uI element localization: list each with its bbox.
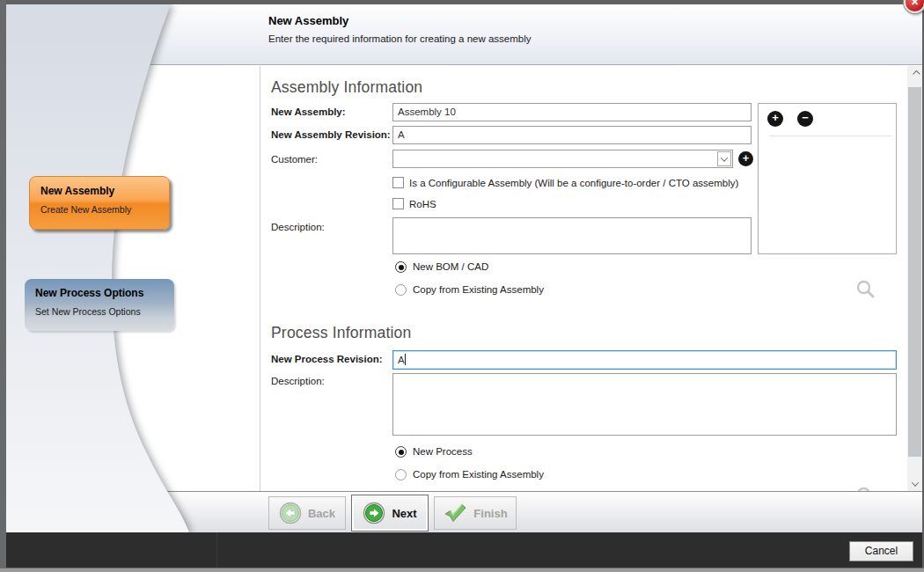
- chevron-up-icon: [913, 70, 920, 77]
- status-bar-divider: [216, 532, 217, 568]
- new-process-revision-value: A: [398, 355, 405, 365]
- rohs-checkbox[interactable]: [392, 198, 404, 209]
- copy-existing-assembly-radio[interactable]: [395, 284, 407, 296]
- back-button[interactable]: Back: [268, 496, 346, 530]
- step-title: New Assembly: [40, 185, 158, 197]
- new-process-revision-input[interactable]: A: [392, 350, 897, 370]
- finish-button-label: Finish: [473, 507, 507, 520]
- new-bom-cad-radio[interactable]: [395, 261, 407, 273]
- attachment-list-box: + −: [758, 103, 897, 254]
- step-new-process-options[interactable]: New Process Options Set New Process Opti…: [25, 279, 174, 331]
- list-divider: [769, 136, 891, 136]
- step-title: New Process Options: [35, 287, 164, 299]
- new-assembly-input[interactable]: Assembly 10: [392, 103, 752, 121]
- list-add-button[interactable]: +: [767, 111, 783, 127]
- new-assembly-revision-value: A: [398, 129, 405, 140]
- finish-check-icon: [443, 502, 467, 524]
- host-status-bar: Cancel: [6, 532, 924, 568]
- assembly-description-label: Description:: [271, 222, 325, 232]
- new-assembly-label: New Assembly:: [271, 106, 346, 117]
- new-assembly-revision-label: New Assembly Revision:: [271, 129, 391, 140]
- step-subtitle: Create New Assembly: [40, 204, 158, 215]
- new-process-radio[interactable]: [395, 446, 407, 458]
- rohs-label: RoHS: [409, 199, 436, 209]
- copy-existing-process-radio[interactable]: [395, 469, 407, 480]
- assembly-information-heading: Assembly Information: [271, 78, 422, 97]
- new-assembly-wizard-dialog: New Assembly Enter the required informat…: [6, 4, 922, 532]
- process-description-textarea[interactable]: [392, 373, 897, 436]
- form-scroll-area: Assembly Information New Assembly: Assem…: [260, 66, 907, 491]
- window-border-bottom: [0, 568, 924, 572]
- next-button-label: Next: [392, 507, 416, 520]
- assembly-description-textarea[interactable]: [392, 217, 752, 254]
- new-bom-cad-label: New BOM / CAD: [413, 261, 488, 272]
- minus-icon: −: [802, 111, 809, 124]
- finish-button[interactable]: Finish: [434, 496, 517, 530]
- step-subtitle: Set New Process Options: [35, 306, 164, 317]
- next-arrow-icon: [363, 502, 385, 524]
- close-icon: ✕: [911, 0, 919, 7]
- back-arrow-icon: [279, 502, 302, 524]
- configurable-assembly-checkbox[interactable]: [392, 177, 404, 188]
- new-assembly-value: Assembly 10: [398, 106, 456, 117]
- wizard-button-bar: Back Next Finish: [6, 491, 922, 532]
- window-border-top: [0, 0, 924, 4]
- wizard-subtitle: Enter the required information for creat…: [268, 33, 532, 44]
- customer-combobox[interactable]: [392, 150, 733, 168]
- customer-label: Customer:: [271, 154, 318, 165]
- application-window: New Assembly Enter the required informat…: [0, 0, 924, 572]
- wizard-title: New Assembly: [268, 14, 348, 27]
- customer-dropdown-button[interactable]: [717, 151, 731, 166]
- chevron-down-icon: [911, 479, 918, 486]
- new-assembly-revision-input[interactable]: A: [392, 126, 752, 144]
- plus-icon: +: [772, 111, 779, 124]
- back-button-label: Back: [308, 507, 335, 520]
- plus-icon: +: [743, 151, 750, 165]
- cancel-button[interactable]: Cancel: [849, 541, 913, 561]
- copy-existing-assembly-label: Copy from Existing Assembly: [413, 284, 544, 295]
- add-customer-button[interactable]: +: [738, 151, 753, 166]
- step-new-assembly[interactable]: New Assembly Create New Assembly: [29, 176, 170, 230]
- wizard-header: New Assembly Enter the required informat…: [6, 4, 922, 65]
- new-process-revision-label: New Process Revision:: [271, 354, 383, 364]
- new-process-label: New Process: [413, 446, 473, 457]
- process-description-label: Description:: [271, 376, 325, 386]
- list-remove-button[interactable]: −: [797, 111, 813, 127]
- text-caret: [405, 354, 406, 365]
- copy-existing-process-label: Copy from Existing Assembly: [413, 469, 544, 480]
- vertical-scrollbar[interactable]: [907, 66, 922, 491]
- scroll-down-button[interactable]: [907, 476, 922, 491]
- configurable-assembly-label: Is a Configurable Assembly (Will be a co…: [409, 178, 738, 188]
- process-information-heading: Process Information: [271, 324, 411, 342]
- scroll-up-button[interactable]: [907, 66, 922, 81]
- chevron-down-icon: [721, 154, 728, 161]
- window-border-left: [0, 0, 6, 572]
- scrollbar-thumb[interactable]: [908, 87, 921, 457]
- search-assembly-icon[interactable]: [855, 279, 876, 300]
- next-button[interactable]: Next: [351, 495, 429, 532]
